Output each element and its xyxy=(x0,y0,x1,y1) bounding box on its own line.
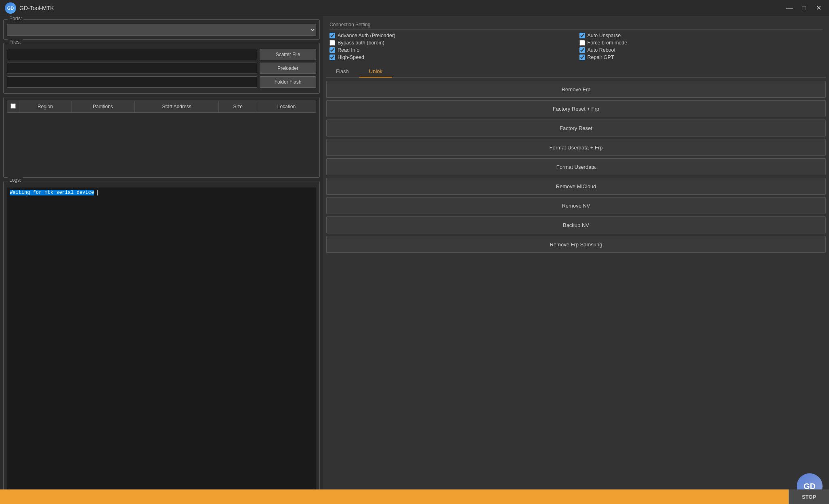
checkbox-advance-auth[interactable] xyxy=(330,33,335,38)
label-auto-unsparse: Auto Unsparse xyxy=(588,33,621,38)
connection-settings: Connection Setting Advance Auth (Preload… xyxy=(326,19,826,66)
files-label: Files: xyxy=(8,39,23,45)
unlock-btn-5[interactable]: Remove MiCloud xyxy=(326,178,826,195)
tab-flash[interactable]: Flash xyxy=(326,66,359,78)
unlock-buttons: Remove FrpFactory Reset + FrpFactory Res… xyxy=(326,81,826,470)
unlock-btn-2[interactable]: Factory Reset xyxy=(326,120,826,136)
maximize-button[interactable]: □ xyxy=(798,3,810,13)
progress-bar xyxy=(0,489,789,504)
label-repair-gpt: Repair GPT xyxy=(588,55,614,60)
logs-section: Logs: Waiting for mtk serial device xyxy=(3,181,320,501)
partition-section: Region Partitions Start Address Size Loc… xyxy=(3,97,320,178)
log-text: Waiting for mtk serial device xyxy=(10,190,94,195)
ports-label: Ports: xyxy=(8,16,23,21)
label-force-brom: Force brom mode xyxy=(588,40,628,46)
checkbox-high-speed[interactable] xyxy=(330,55,335,60)
unlock-btn-4[interactable]: Format Userdata xyxy=(326,158,826,175)
unlock-btn-1[interactable]: Factory Reset + Frp xyxy=(326,100,826,117)
label-advance-auth: Advance Auth (Preloader) xyxy=(338,33,395,38)
checkbox-repair-gpt[interactable] xyxy=(579,55,585,60)
setting-item-auto-reboot: Auto Reboot xyxy=(579,47,823,53)
file-row-3: Folder Flash xyxy=(7,76,316,88)
stop-button[interactable]: STOP xyxy=(789,489,829,504)
window-controls: — □ ✕ xyxy=(784,3,824,13)
file-row-2: Preloader xyxy=(7,63,316,74)
ports-section: Ports: xyxy=(3,19,320,40)
app-logo: GD xyxy=(5,2,16,14)
folder-flash-input[interactable] xyxy=(7,76,257,88)
right-panel: Connection Setting Advance Auth (Preload… xyxy=(323,16,829,504)
checkbox-force-brom[interactable] xyxy=(579,40,585,46)
checkbox-auto-reboot[interactable] xyxy=(579,47,585,53)
bottom-bar: STOP xyxy=(0,489,829,504)
file-row-1: Scatter File xyxy=(7,49,316,60)
left-panel: Ports: Files: Scatter File Preloader Fol… xyxy=(0,16,323,504)
titlebar: GD GD-Tool-MTK — □ ✕ xyxy=(0,0,829,16)
unlock-btn-8[interactable]: Remove Frp Samsung xyxy=(326,236,826,253)
col-partitions: Partitions xyxy=(71,101,134,113)
partition-table: Region Partitions Start Address Size Loc… xyxy=(7,101,316,113)
col-location: Location xyxy=(257,101,316,113)
folder-flash-button[interactable]: Folder Flash xyxy=(260,76,316,88)
unlock-btn-6[interactable]: Remove NV xyxy=(326,197,826,214)
settings-grid: Advance Auth (Preloader)Auto UnsparseByp… xyxy=(330,33,823,60)
col-region: Region xyxy=(19,101,71,113)
unlock-btn-3[interactable]: Format Userdata + Frp xyxy=(326,139,826,156)
ports-select[interactable] xyxy=(7,24,316,36)
label-bypass-auth: Bypass auth (borom) xyxy=(338,40,384,46)
col-size: Size xyxy=(219,101,257,113)
scatter-file-button[interactable]: Scatter File xyxy=(260,49,316,60)
setting-item-advance-auth: Advance Auth (Preloader) xyxy=(330,33,573,38)
setting-item-repair-gpt: Repair GPT xyxy=(579,55,823,60)
tab-unlok[interactable]: Unlok xyxy=(359,66,392,78)
setting-item-auto-unsparse: Auto Unsparse xyxy=(579,33,823,38)
label-read-info: Read Info xyxy=(338,47,359,53)
logo-text: GD xyxy=(7,6,14,10)
preloader-button[interactable]: Preloader xyxy=(260,63,316,74)
checkbox-auto-unsparse[interactable] xyxy=(579,33,585,38)
minimize-button[interactable]: — xyxy=(784,3,795,13)
close-button[interactable]: ✕ xyxy=(813,3,824,13)
main-layout: Ports: Files: Scatter File Preloader Fol… xyxy=(0,16,829,504)
connection-title: Connection Setting xyxy=(330,22,823,29)
logs-label: Logs: xyxy=(8,177,23,183)
preloader-input[interactable] xyxy=(7,63,257,74)
setting-item-high-speed: High-Speed xyxy=(330,55,573,60)
checkbox-read-info[interactable] xyxy=(330,47,335,53)
files-section: Files: Scatter File Preloader Folder Fla… xyxy=(3,43,320,94)
logs-content[interactable]: Waiting for mtk serial device xyxy=(7,187,316,497)
tabs-row: FlashUnlok xyxy=(326,66,826,78)
label-auto-reboot: Auto Reboot xyxy=(588,47,616,53)
setting-item-bypass-auth: Bypass auth (borom) xyxy=(330,40,573,46)
app-title: GD-Tool-MTK xyxy=(19,5,54,11)
unlock-btn-7[interactable]: Backup NV xyxy=(326,216,826,233)
unlock-btn-0[interactable]: Remove Frp xyxy=(326,81,826,98)
setting-item-force-brom: Force brom mode xyxy=(579,40,823,46)
select-all-checkbox[interactable] xyxy=(10,103,16,109)
checkbox-bypass-auth[interactable] xyxy=(330,40,335,46)
label-high-speed: High-Speed xyxy=(338,55,364,60)
col-start-address: Start Address xyxy=(134,101,219,113)
scatter-file-input[interactable] xyxy=(7,49,257,60)
setting-item-read-info: Read Info xyxy=(330,47,573,53)
